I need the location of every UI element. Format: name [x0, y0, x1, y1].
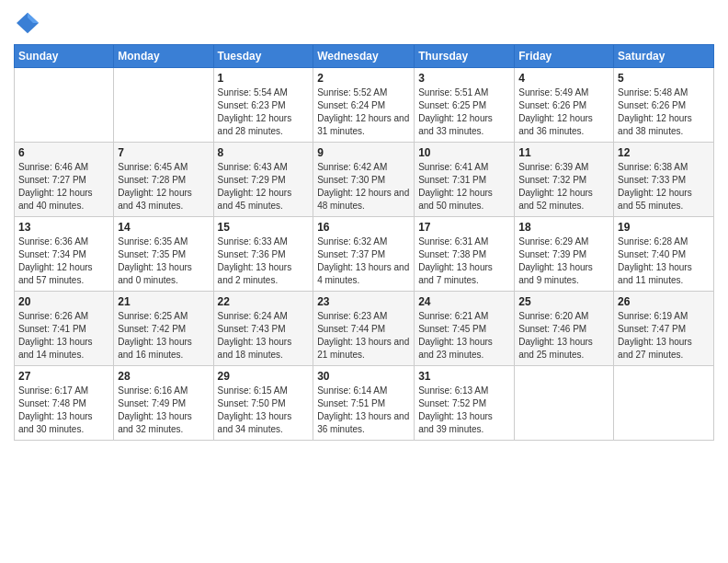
weekday-row: SundayMondayTuesdayWednesdayThursdayFrid… [15, 45, 714, 68]
calendar-cell: 8Sunrise: 6:43 AM Sunset: 7:29 PM Daylig… [213, 143, 313, 217]
day-info: Sunrise: 6:38 AM Sunset: 7:33 PM Dayligh… [618, 161, 710, 213]
day-number: 5 [618, 72, 710, 85]
calendar-cell: 31Sunrise: 6:13 AM Sunset: 7:52 PM Dayli… [415, 366, 515, 441]
calendar-cell: 18Sunrise: 6:29 AM Sunset: 7:39 PM Dayli… [515, 217, 614, 292]
logo [14, 9, 45, 37]
day-info: Sunrise: 6:39 AM Sunset: 7:32 PM Dayligh… [518, 161, 609, 213]
day-number: 6 [18, 146, 109, 159]
calendar-cell: 11Sunrise: 6:39 AM Sunset: 7:32 PM Dayli… [515, 143, 614, 217]
day-info: Sunrise: 6:21 AM Sunset: 7:45 PM Dayligh… [418, 310, 510, 362]
day-info: Sunrise: 5:51 AM Sunset: 6:25 PM Dayligh… [418, 86, 510, 138]
day-info: Sunrise: 6:43 AM Sunset: 7:29 PM Dayligh… [218, 161, 310, 213]
day-number: 22 [218, 295, 310, 308]
day-number: 31 [418, 370, 510, 383]
calendar-cell: 30Sunrise: 6:14 AM Sunset: 7:51 PM Dayli… [313, 366, 415, 441]
calendar-week-4: 27Sunrise: 6:17 AM Sunset: 7:48 PM Dayli… [15, 366, 714, 441]
calendar-cell: 6Sunrise: 6:46 AM Sunset: 7:27 PM Daylig… [15, 143, 114, 217]
calendar-cell: 23Sunrise: 6:23 AM Sunset: 7:44 PM Dayli… [313, 292, 415, 366]
logo-icon [14, 9, 41, 37]
day-number: 2 [317, 72, 410, 85]
calendar-cell: 17Sunrise: 6:31 AM Sunset: 7:38 PM Dayli… [415, 217, 515, 292]
day-number: 28 [118, 370, 209, 383]
weekday-header-tuesday: Tuesday [213, 45, 313, 68]
calendar-cell: 21Sunrise: 6:25 AM Sunset: 7:42 PM Dayli… [114, 292, 213, 366]
day-number: 24 [418, 295, 510, 308]
calendar-body: 1Sunrise: 5:54 AM Sunset: 6:23 PM Daylig… [15, 68, 714, 441]
day-info: Sunrise: 6:41 AM Sunset: 7:31 PM Dayligh… [418, 161, 510, 213]
calendar-cell: 2Sunrise: 5:52 AM Sunset: 6:24 PM Daylig… [313, 68, 415, 143]
day-number: 1 [218, 72, 310, 85]
day-info: Sunrise: 6:33 AM Sunset: 7:36 PM Dayligh… [218, 236, 310, 287]
calendar-cell [15, 68, 114, 143]
day-number: 10 [418, 146, 510, 159]
day-info: Sunrise: 6:32 AM Sunset: 7:37 PM Dayligh… [317, 236, 410, 287]
day-info: Sunrise: 6:31 AM Sunset: 7:38 PM Dayligh… [418, 236, 510, 287]
calendar-cell: 15Sunrise: 6:33 AM Sunset: 7:36 PM Dayli… [213, 217, 313, 292]
day-number: 20 [18, 295, 109, 308]
calendar-cell: 3Sunrise: 5:51 AM Sunset: 6:25 PM Daylig… [415, 68, 515, 143]
day-number: 17 [418, 221, 510, 234]
day-info: Sunrise: 6:16 AM Sunset: 7:49 PM Dayligh… [118, 385, 209, 436]
day-number: 14 [118, 221, 209, 234]
day-info: Sunrise: 5:54 AM Sunset: 6:23 PM Dayligh… [218, 86, 310, 138]
calendar-cell: 29Sunrise: 6:15 AM Sunset: 7:50 PM Dayli… [213, 366, 313, 441]
day-number: 23 [317, 295, 410, 308]
day-number: 27 [18, 370, 109, 383]
calendar-cell: 22Sunrise: 6:24 AM Sunset: 7:43 PM Dayli… [213, 292, 313, 366]
weekday-header-sunday: Sunday [15, 45, 114, 68]
day-number: 11 [518, 146, 609, 159]
day-number: 16 [317, 221, 410, 234]
weekday-header-wednesday: Wednesday [313, 45, 415, 68]
calendar-cell: 1Sunrise: 5:54 AM Sunset: 6:23 PM Daylig… [213, 68, 313, 143]
weekday-header-saturday: Saturday [614, 45, 714, 68]
day-info: Sunrise: 6:24 AM Sunset: 7:43 PM Dayligh… [218, 310, 310, 362]
day-info: Sunrise: 6:17 AM Sunset: 7:48 PM Dayligh… [18, 385, 109, 436]
calendar-cell: 20Sunrise: 6:26 AM Sunset: 7:41 PM Dayli… [15, 292, 114, 366]
calendar-cell: 13Sunrise: 6:36 AM Sunset: 7:34 PM Dayli… [15, 217, 114, 292]
weekday-header-monday: Monday [114, 45, 213, 68]
day-number: 3 [418, 72, 510, 85]
day-number: 29 [218, 370, 310, 383]
day-number: 12 [618, 146, 710, 159]
day-info: Sunrise: 6:26 AM Sunset: 7:41 PM Dayligh… [18, 310, 109, 362]
calendar-cell [614, 366, 714, 441]
calendar-cell: 12Sunrise: 6:38 AM Sunset: 7:33 PM Dayli… [614, 143, 714, 217]
calendar-header: SundayMondayTuesdayWednesdayThursdayFrid… [15, 45, 714, 68]
calendar-cell: 16Sunrise: 6:32 AM Sunset: 7:37 PM Dayli… [313, 217, 415, 292]
calendar-cell: 27Sunrise: 6:17 AM Sunset: 7:48 PM Dayli… [15, 366, 114, 441]
day-info: Sunrise: 6:25 AM Sunset: 7:42 PM Dayligh… [118, 310, 209, 362]
calendar-cell: 26Sunrise: 6:19 AM Sunset: 7:47 PM Dayli… [614, 292, 714, 366]
day-info: Sunrise: 6:19 AM Sunset: 7:47 PM Dayligh… [618, 310, 710, 362]
header [14, 9, 714, 37]
day-info: Sunrise: 6:46 AM Sunset: 7:27 PM Dayligh… [18, 161, 109, 213]
day-info: Sunrise: 6:13 AM Sunset: 7:52 PM Dayligh… [418, 385, 510, 436]
calendar-cell: 5Sunrise: 5:48 AM Sunset: 6:26 PM Daylig… [614, 68, 714, 143]
page: SundayMondayTuesdayWednesdayThursdayFrid… [0, 0, 728, 563]
calendar-cell: 7Sunrise: 6:45 AM Sunset: 7:28 PM Daylig… [114, 143, 213, 217]
day-number: 26 [618, 295, 710, 308]
day-number: 15 [218, 221, 310, 234]
day-info: Sunrise: 6:42 AM Sunset: 7:30 PM Dayligh… [317, 161, 410, 213]
day-info: Sunrise: 6:28 AM Sunset: 7:40 PM Dayligh… [618, 236, 710, 287]
calendar-week-1: 6Sunrise: 6:46 AM Sunset: 7:27 PM Daylig… [15, 143, 714, 217]
day-info: Sunrise: 6:36 AM Sunset: 7:34 PM Dayligh… [18, 236, 109, 287]
calendar-cell [515, 366, 614, 441]
calendar-cell: 4Sunrise: 5:49 AM Sunset: 6:26 PM Daylig… [515, 68, 614, 143]
calendar-week-0: 1Sunrise: 5:54 AM Sunset: 6:23 PM Daylig… [15, 68, 714, 143]
calendar-week-2: 13Sunrise: 6:36 AM Sunset: 7:34 PM Dayli… [15, 217, 714, 292]
day-info: Sunrise: 6:20 AM Sunset: 7:46 PM Dayligh… [518, 310, 609, 362]
day-info: Sunrise: 5:48 AM Sunset: 6:26 PM Dayligh… [618, 86, 710, 138]
calendar-cell: 24Sunrise: 6:21 AM Sunset: 7:45 PM Dayli… [415, 292, 515, 366]
calendar-table: SundayMondayTuesdayWednesdayThursdayFrid… [14, 44, 714, 441]
calendar-cell: 28Sunrise: 6:16 AM Sunset: 7:49 PM Dayli… [114, 366, 213, 441]
day-number: 7 [118, 146, 209, 159]
day-info: Sunrise: 5:49 AM Sunset: 6:26 PM Dayligh… [518, 86, 609, 138]
day-number: 19 [618, 221, 710, 234]
day-number: 9 [317, 146, 410, 159]
calendar-cell: 19Sunrise: 6:28 AM Sunset: 7:40 PM Dayli… [614, 217, 714, 292]
calendar-cell: 10Sunrise: 6:41 AM Sunset: 7:31 PM Dayli… [415, 143, 515, 217]
calendar-cell: 14Sunrise: 6:35 AM Sunset: 7:35 PM Dayli… [114, 217, 213, 292]
day-info: Sunrise: 6:14 AM Sunset: 7:51 PM Dayligh… [317, 385, 410, 436]
weekday-header-friday: Friday [515, 45, 614, 68]
day-number: 18 [518, 221, 609, 234]
